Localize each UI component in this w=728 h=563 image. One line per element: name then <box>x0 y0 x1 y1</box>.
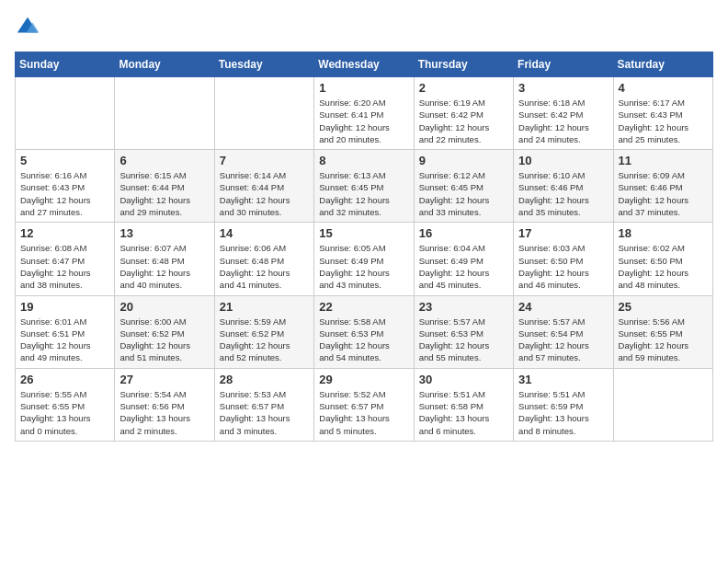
calendar-week-4: 19Sunrise: 6:01 AM Sunset: 6:51 PM Dayli… <box>16 295 713 368</box>
day-number: 26 <box>20 373 109 386</box>
day-number: 23 <box>419 300 508 314</box>
day-number: 10 <box>518 154 608 167</box>
day-number: 9 <box>419 154 508 167</box>
day-number: 16 <box>419 226 508 240</box>
day-number: 30 <box>419 373 508 386</box>
day-info: Sunrise: 6:07 AM Sunset: 6:48 PM Dayligh… <box>119 242 209 291</box>
day-number: 12 <box>20 226 109 240</box>
calendar-cell: 17Sunrise: 6:03 AM Sunset: 6:50 PM Dayli… <box>514 223 613 295</box>
day-number: 18 <box>619 226 708 240</box>
calendar-header-row: SundayMondayTuesdayWednesdayThursdayFrid… <box>16 52 713 77</box>
day-number: 5 <box>20 154 109 167</box>
calendar-cell: 4Sunrise: 6:17 AM Sunset: 6:43 PM Daylig… <box>613 77 712 150</box>
day-number: 3 <box>518 81 608 95</box>
day-number: 1 <box>319 81 408 95</box>
day-number: 21 <box>220 300 309 314</box>
calendar-cell: 31Sunrise: 5:51 AM Sunset: 6:59 PM Dayli… <box>514 368 613 441</box>
day-number: 7 <box>220 154 309 167</box>
calendar-cell: 1Sunrise: 6:20 AM Sunset: 6:41 PM Daylig… <box>314 77 414 150</box>
calendar-cell: 22Sunrise: 5:58 AM Sunset: 6:53 PM Dayli… <box>314 295 414 368</box>
day-header-monday: Monday <box>115 52 214 77</box>
day-info: Sunrise: 6:18 AM Sunset: 6:42 PM Dayligh… <box>518 97 608 145</box>
calendar-cell: 7Sunrise: 6:14 AM Sunset: 6:44 PM Daylig… <box>214 150 313 223</box>
day-header-thursday: Thursday <box>414 52 513 77</box>
day-info: Sunrise: 6:08 AM Sunset: 6:47 PM Dayligh… <box>20 242 109 291</box>
day-info: Sunrise: 6:17 AM Sunset: 6:43 PM Dayligh… <box>619 97 708 145</box>
calendar-table: SundayMondayTuesdayWednesdayThursdayFrid… <box>15 52 713 442</box>
day-number: 14 <box>220 226 309 240</box>
day-number: 22 <box>319 300 408 314</box>
calendar-cell <box>214 77 313 150</box>
day-info: Sunrise: 5:56 AM Sunset: 6:55 PM Dayligh… <box>619 316 708 364</box>
day-number: 29 <box>319 373 408 386</box>
day-info: Sunrise: 6:09 AM Sunset: 6:46 PM Dayligh… <box>619 169 708 218</box>
calendar-cell: 13Sunrise: 6:07 AM Sunset: 6:48 PM Dayli… <box>115 223 214 295</box>
calendar-cell: 20Sunrise: 6:00 AM Sunset: 6:52 PM Dayli… <box>115 295 214 368</box>
day-info: Sunrise: 6:05 AM Sunset: 6:49 PM Dayligh… <box>319 242 408 291</box>
calendar-week-1: 1Sunrise: 6:20 AM Sunset: 6:41 PM Daylig… <box>16 77 713 150</box>
day-number: 2 <box>419 81 508 95</box>
day-info: Sunrise: 5:52 AM Sunset: 6:57 PM Dayligh… <box>319 388 408 437</box>
day-info: Sunrise: 5:51 AM Sunset: 6:59 PM Dayligh… <box>518 388 608 437</box>
day-number: 15 <box>319 226 408 240</box>
calendar-cell: 12Sunrise: 6:08 AM Sunset: 6:47 PM Dayli… <box>16 223 115 295</box>
day-info: Sunrise: 6:10 AM Sunset: 6:46 PM Dayligh… <box>518 169 608 218</box>
calendar-cell: 21Sunrise: 5:59 AM Sunset: 6:52 PM Dayli… <box>214 295 313 368</box>
day-info: Sunrise: 6:16 AM Sunset: 6:43 PM Dayligh… <box>20 169 109 218</box>
day-info: Sunrise: 6:06 AM Sunset: 6:48 PM Dayligh… <box>220 242 309 291</box>
calendar-cell <box>613 368 712 441</box>
day-header-sunday: Sunday <box>16 52 115 77</box>
calendar-cell: 2Sunrise: 6:19 AM Sunset: 6:42 PM Daylig… <box>414 77 513 150</box>
day-info: Sunrise: 6:20 AM Sunset: 6:41 PM Dayligh… <box>319 97 408 145</box>
day-info: Sunrise: 6:02 AM Sunset: 6:50 PM Dayligh… <box>619 242 708 291</box>
calendar-cell: 15Sunrise: 6:05 AM Sunset: 6:49 PM Dayli… <box>314 223 414 295</box>
day-info: Sunrise: 5:57 AM Sunset: 6:54 PM Dayligh… <box>518 316 608 364</box>
day-info: Sunrise: 6:19 AM Sunset: 6:42 PM Dayligh… <box>419 97 508 145</box>
day-header-saturday: Saturday <box>613 52 712 77</box>
day-header-tuesday: Tuesday <box>214 52 313 77</box>
day-number: 11 <box>619 154 708 167</box>
calendar-week-2: 5Sunrise: 6:16 AM Sunset: 6:43 PM Daylig… <box>16 150 713 223</box>
day-info: Sunrise: 5:55 AM Sunset: 6:55 PM Dayligh… <box>20 388 109 437</box>
calendar-cell: 10Sunrise: 6:10 AM Sunset: 6:46 PM Dayli… <box>514 150 613 223</box>
calendar-cell: 26Sunrise: 5:55 AM Sunset: 6:55 PM Dayli… <box>16 368 115 441</box>
day-number: 13 <box>119 226 209 240</box>
calendar-cell: 23Sunrise: 5:57 AM Sunset: 6:53 PM Dayli… <box>414 295 513 368</box>
day-info: Sunrise: 5:58 AM Sunset: 6:53 PM Dayligh… <box>319 316 408 364</box>
calendar-cell <box>115 77 214 150</box>
calendar-week-3: 12Sunrise: 6:08 AM Sunset: 6:47 PM Dayli… <box>16 223 713 295</box>
calendar-cell: 30Sunrise: 5:51 AM Sunset: 6:58 PM Dayli… <box>414 368 513 441</box>
day-info: Sunrise: 6:03 AM Sunset: 6:50 PM Dayligh… <box>518 242 608 291</box>
day-info: Sunrise: 6:00 AM Sunset: 6:52 PM Dayligh… <box>119 316 209 364</box>
day-info: Sunrise: 5:51 AM Sunset: 6:58 PM Dayligh… <box>419 388 508 437</box>
calendar-cell: 14Sunrise: 6:06 AM Sunset: 6:48 PM Dayli… <box>214 223 313 295</box>
calendar-cell: 19Sunrise: 6:01 AM Sunset: 6:51 PM Dayli… <box>16 295 115 368</box>
calendar-cell: 9Sunrise: 6:12 AM Sunset: 6:45 PM Daylig… <box>414 150 513 223</box>
calendar-cell: 8Sunrise: 6:13 AM Sunset: 6:45 PM Daylig… <box>314 150 414 223</box>
calendar-cell: 24Sunrise: 5:57 AM Sunset: 6:54 PM Dayli… <box>514 295 613 368</box>
calendar-cell: 6Sunrise: 6:15 AM Sunset: 6:44 PM Daylig… <box>115 150 214 223</box>
day-number: 20 <box>119 300 209 314</box>
day-number: 17 <box>518 226 608 240</box>
day-info: Sunrise: 5:59 AM Sunset: 6:52 PM Dayligh… <box>220 316 309 364</box>
day-number: 6 <box>119 154 209 167</box>
day-number: 28 <box>220 373 309 386</box>
day-info: Sunrise: 5:57 AM Sunset: 6:53 PM Dayligh… <box>419 316 508 364</box>
day-info: Sunrise: 6:15 AM Sunset: 6:44 PM Dayligh… <box>119 169 209 218</box>
day-info: Sunrise: 6:14 AM Sunset: 6:44 PM Dayligh… <box>220 169 309 218</box>
calendar-cell: 3Sunrise: 6:18 AM Sunset: 6:42 PM Daylig… <box>514 77 613 150</box>
calendar-cell: 5Sunrise: 6:16 AM Sunset: 6:43 PM Daylig… <box>16 150 115 223</box>
day-number: 27 <box>119 373 209 386</box>
page-header <box>15 15 713 40</box>
day-info: Sunrise: 6:01 AM Sunset: 6:51 PM Dayligh… <box>20 316 109 364</box>
calendar-cell: 29Sunrise: 5:52 AM Sunset: 6:57 PM Dayli… <box>314 368 414 441</box>
day-info: Sunrise: 5:54 AM Sunset: 6:56 PM Dayligh… <box>119 388 209 437</box>
day-header-wednesday: Wednesday <box>314 52 414 77</box>
day-info: Sunrise: 6:04 AM Sunset: 6:49 PM Dayligh… <box>419 242 508 291</box>
day-number: 24 <box>518 300 608 314</box>
day-number: 8 <box>319 154 408 167</box>
calendar-cell <box>16 77 115 150</box>
day-info: Sunrise: 6:13 AM Sunset: 6:45 PM Dayligh… <box>319 169 408 218</box>
day-info: Sunrise: 6:12 AM Sunset: 6:45 PM Dayligh… <box>419 169 508 218</box>
calendar-cell: 27Sunrise: 5:54 AM Sunset: 6:56 PM Dayli… <box>115 368 214 441</box>
